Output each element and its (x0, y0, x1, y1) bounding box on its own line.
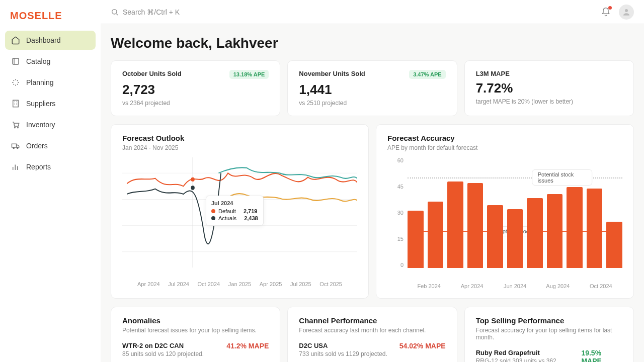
bar (487, 205, 503, 268)
section-sub: Jan 2024 - Nov 2025 (122, 144, 357, 151)
xaxis: Apr 2024 Jul 2024 Oct 2024 Jan 2025 Apr … (122, 281, 357, 287)
chart-tooltip: Jul 2024 Default 2,719 Actuals 2,438 (206, 196, 264, 226)
section-title: Channel Performance (299, 316, 445, 325)
nav-label: Dashboard (26, 36, 61, 44)
nav-label: Inventory (26, 121, 55, 129)
kpi-badge: 3.47% APE (409, 70, 445, 79)
svg-rect-0 (13, 58, 19, 64)
kpi-october: October Units Sold 13.18% APE 2,723 vs 2… (111, 60, 280, 116)
section-title: Top Selling Performance (476, 316, 622, 325)
catalog-icon (11, 57, 20, 66)
svg-rect-1 (13, 100, 19, 107)
kpi-value: 2,723 (122, 82, 269, 98)
forecast-outlook-card: Forecast Outlook Jan 2024 - Nov 2025 (111, 124, 369, 299)
svg-point-14 (191, 177, 194, 182)
section-sub: Forecast accuracy last month for each ch… (299, 327, 445, 334)
anomaly-mape: 41.2% MAPE (226, 342, 269, 350)
kpi-title: November Units Sold (299, 70, 365, 77)
channel-row[interactable]: D2C USA 733 units sold vs 1129 projected… (299, 342, 445, 357)
section-sub: Forecast accuracy for your top selling i… (476, 327, 622, 341)
nav-inventory[interactable]: Inventory (5, 115, 96, 134)
topbar: Search ⌘/Ctrl + K (101, 0, 644, 24)
kpi-value: 7.72% (476, 80, 622, 96)
search-icon (111, 8, 119, 16)
cart-icon (11, 120, 20, 129)
nav-planning[interactable]: Planning (5, 73, 96, 92)
section-sub: APE by month for default forecast (387, 144, 622, 151)
bar (408, 211, 424, 268)
notification-dot (608, 6, 612, 10)
svg-point-7 (112, 9, 117, 14)
nav-label: Catalog (26, 57, 50, 65)
user-icon (622, 8, 631, 17)
svg-rect-4 (12, 144, 17, 147)
forecast-accuracy-card: Forecast Accuracy APE by month for defau… (376, 124, 634, 299)
truck-icon (11, 141, 20, 150)
bar (447, 182, 463, 268)
topselling-sub: RRG-12 sold 303 units vs 362 projected. (476, 357, 582, 362)
user-avatar[interactable] (619, 5, 634, 20)
kpi-title: L3M MAPE (476, 70, 510, 77)
sparkle-icon (11, 78, 20, 87)
svg-point-3 (18, 127, 19, 128)
kpi-sub: vs 2364 projected (122, 100, 269, 107)
tooltip-value: 2,438 (244, 215, 258, 221)
anomaly-row[interactable]: WTR-2 on D2C CAN 85 units sold vs 120 pr… (122, 342, 269, 357)
nav-orders[interactable]: Orders (5, 136, 96, 155)
svg-point-2 (15, 127, 16, 128)
channel-card: Channel Performance Forecast accuracy la… (287, 307, 457, 362)
anomalies-card: Anomalies Potential forecast issues for … (111, 307, 280, 362)
page-title: Welcome back, Lakhveer (111, 35, 634, 51)
dot-icon (211, 216, 215, 220)
kpi-november: November Units Sold 3.47% APE 1,441 vs 2… (287, 60, 457, 116)
channel-mape: 54.02% MAPE (399, 342, 446, 350)
bar (567, 187, 583, 268)
topselling-mape: 19.5% MAPE (581, 349, 622, 362)
nav-catalog[interactable]: Catalog (5, 52, 96, 71)
section-title: Forecast Accuracy (387, 134, 622, 142)
bar (606, 222, 622, 268)
svg-point-5 (13, 147, 14, 148)
barchart-icon (11, 162, 20, 171)
bar (547, 194, 563, 268)
kpi-sub: target MAPE is 20% (lower is better) (476, 98, 622, 105)
section-sub: Potential forecast issues for your top s… (122, 327, 269, 334)
forecast-accuracy-chart[interactable]: 60 45 30 15 0 Potential stock issues Opt… (387, 157, 622, 283)
yaxis: 60 45 30 15 0 (387, 157, 408, 268)
kpi-l3m: L3M MAPE 7.72% target MAPE is 20% (lower… (464, 60, 634, 116)
channel-sub: 733 units sold vs 1129 projected. (299, 350, 387, 357)
nav-label: Reports (26, 163, 51, 171)
nav-suppliers[interactable]: Suppliers (5, 94, 96, 113)
kpi-row: October Units Sold 13.18% APE 2,723 vs 2… (111, 60, 634, 116)
nav-label: Suppliers (26, 100, 55, 108)
tooltip-label: Actuals (218, 215, 236, 221)
topselling-title: Ruby Red Grapefruit (476, 349, 582, 356)
home-icon (11, 36, 20, 45)
notifications-button[interactable] (601, 7, 611, 17)
nav-dashboard[interactable]: Dashboard (5, 31, 96, 50)
search-placeholder: Search ⌘/Ctrl + K (123, 8, 180, 16)
topselling-row[interactable]: Ruby Red Grapefruit RRG-12 sold 303 unit… (476, 349, 622, 362)
brand-logo: MOSELLE (5, 8, 96, 31)
tooltip-value: 2,719 (244, 208, 258, 214)
tooltip-label: Default (218, 208, 236, 214)
building-icon (11, 99, 20, 108)
xaxis: Feb 2024 Apr 2024 Jun 2024 Aug 2024 Oct … (387, 283, 622, 289)
content: Welcome back, Lakhveer October Units Sol… (101, 24, 644, 362)
bar (428, 202, 444, 268)
svg-point-6 (17, 147, 18, 148)
kpi-badge: 13.18% APE (229, 70, 269, 79)
forecast-outlook-chart[interactable]: Jul 2024 Default 2,719 Actuals 2,438 (122, 157, 357, 278)
dot-icon (211, 209, 215, 213)
section-title: Forecast Outlook (122, 134, 357, 142)
bar (527, 198, 543, 268)
search-input[interactable]: Search ⌘/Ctrl + K (111, 8, 180, 16)
kpi-sub: vs 2510 projected (299, 100, 445, 107)
sidebar: MOSELLE Dashboard Catalog Planning Suppl… (0, 0, 101, 362)
nav-label: Orders (26, 142, 48, 150)
nav-reports[interactable]: Reports (5, 157, 96, 176)
kpi-value: 1,441 (299, 82, 445, 98)
channel-title: D2C USA (299, 342, 387, 349)
anomaly-title: WTR-2 on D2C CAN (122, 342, 204, 349)
anomaly-sub: 85 units sold vs 120 projected. (122, 350, 204, 357)
